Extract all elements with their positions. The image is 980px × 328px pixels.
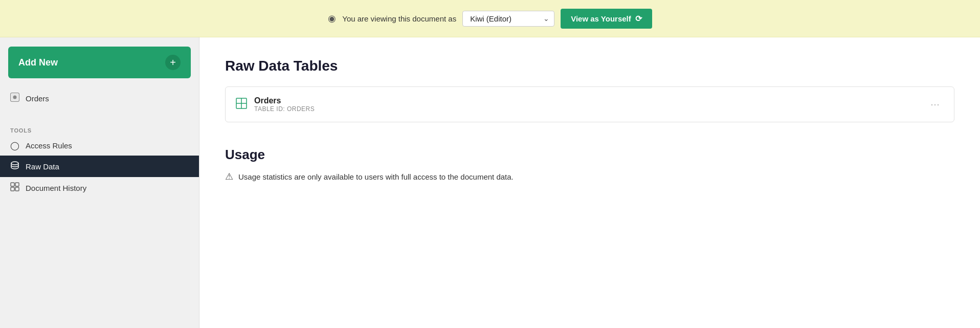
sidebar-item-orders[interactable]: Orders [0, 88, 199, 109]
svg-point-2 [13, 96, 17, 99]
raw-data-tables-title: Raw Data Tables [225, 58, 954, 74]
bulb-icon: ⚠ [225, 171, 233, 182]
banner-text: You are viewing this document as [342, 14, 456, 23]
table-id: TABLE ID: Orders [254, 105, 315, 113]
sidebar: Add New + Orders TOOLS ◯ Access Rules [0, 37, 199, 328]
table-card-info: Orders TABLE ID: Orders [236, 96, 315, 113]
table-id-value: Orders [287, 105, 315, 113]
raw-data-icon [10, 161, 19, 172]
table-icon [10, 93, 19, 104]
table-grid-icon [236, 98, 247, 111]
sidebar-raw-data-label: Raw Data [26, 162, 59, 171]
usage-notice: ⚠ Usage statistics are only available to… [225, 171, 954, 182]
sidebar-item-raw-data[interactable]: Raw Data [0, 156, 199, 177]
add-new-button[interactable]: Add New + [8, 47, 191, 78]
sidebar-orders-label: Orders [26, 94, 49, 103]
table-id-label: TABLE ID: [254, 105, 285, 113]
user-selector-wrapper[interactable]: Kiwi (Editor) Owner Viewer ⌄ [462, 11, 554, 27]
svg-rect-4 [11, 183, 14, 186]
svg-rect-5 [15, 183, 19, 186]
usage-title: Usage [225, 147, 954, 163]
sidebar-item-access-rules[interactable]: ◯ Access Rules [0, 136, 199, 156]
viewing-as-banner: ◉ You are viewing this document as Kiwi … [0, 0, 980, 37]
usage-notice-text: Usage statistics are only available to u… [238, 172, 514, 181]
table-menu-button[interactable]: ⋯ [926, 97, 944, 112]
sidebar-document-history-label: Document History [26, 184, 86, 192]
user-selector[interactable]: Kiwi (Editor) Owner Viewer [462, 11, 554, 27]
content-area: Raw Data Tables Orders TABLE ID: Orders [199, 37, 980, 328]
main-layout: Add New + Orders TOOLS ◯ Access Rules [0, 37, 980, 328]
add-new-plus-icon: + [165, 55, 181, 70]
view-as-yourself-button[interactable]: View as Yourself ⟳ [561, 9, 652, 29]
table-name: Orders [254, 96, 315, 105]
view-as-yourself-label: View as Yourself [571, 14, 631, 23]
tools-section-label: TOOLS [0, 119, 199, 136]
sidebar-access-rules-label: Access Rules [26, 141, 72, 150]
document-history-icon [10, 182, 19, 193]
access-rules-icon: ◯ [10, 141, 19, 150]
svg-rect-6 [11, 187, 14, 191]
svg-rect-7 [15, 187, 19, 191]
table-card-text: Orders TABLE ID: Orders [254, 96, 315, 113]
eye-icon: ◉ [328, 13, 336, 24]
svg-point-3 [11, 162, 18, 165]
orders-table-card[interactable]: Orders TABLE ID: Orders ⋯ [225, 86, 954, 122]
sidebar-item-document-history[interactable]: Document History [0, 177, 199, 199]
add-new-label: Add New [18, 57, 58, 68]
refresh-icon: ⟳ [635, 14, 642, 24]
